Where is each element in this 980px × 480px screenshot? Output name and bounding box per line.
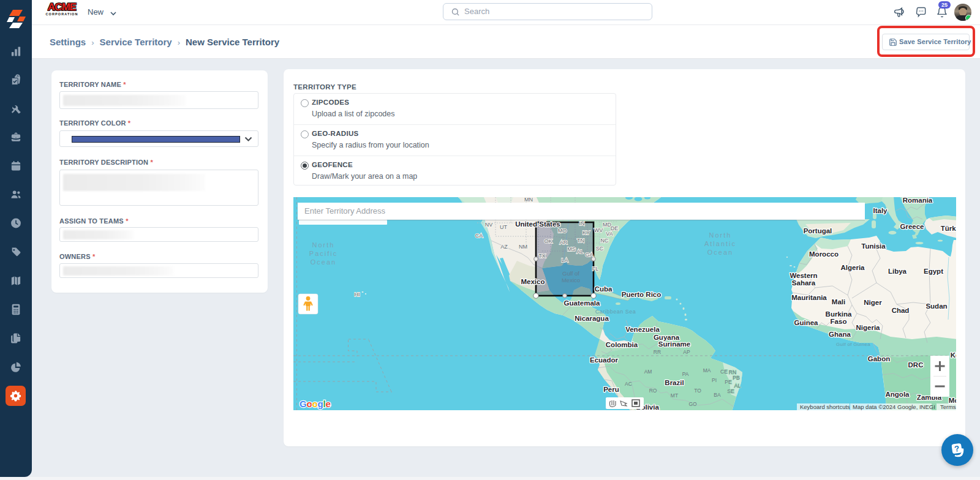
svg-text:TO: TO xyxy=(694,388,701,394)
svg-text:Nigeria: Nigeria xyxy=(856,324,881,331)
svg-text:Colombia: Colombia xyxy=(606,341,638,348)
svg-text:AZ: AZ xyxy=(500,244,508,250)
svg-text:AM: AM xyxy=(644,369,652,375)
svg-text:Guinea: Guinea xyxy=(794,319,819,326)
svg-text:Italy: Italy xyxy=(873,207,888,214)
svg-text:g: g xyxy=(318,399,323,409)
svg-text:Atlantic: Atlantic xyxy=(704,240,736,247)
svg-text:Ocean: Ocean xyxy=(707,249,733,256)
svg-text:Gabon: Gabon xyxy=(868,355,890,362)
svg-text:RR: RR xyxy=(654,349,661,355)
svg-text:OK: OK xyxy=(544,238,552,244)
svg-text:Sudan: Sudan xyxy=(925,302,947,310)
svg-text:Ecuador: Ecuador xyxy=(590,356,619,364)
svg-text:PA: PA xyxy=(682,371,689,377)
svg-text:Nicaragua: Nicaragua xyxy=(575,315,609,322)
svg-text:Guatemala: Guatemala xyxy=(564,299,600,307)
svg-text:RO: RO xyxy=(649,388,657,394)
svg-text:o: o xyxy=(312,399,318,409)
svg-text:MN: MN xyxy=(524,197,533,203)
svg-text:Romania: Romania xyxy=(903,197,933,204)
svg-text:o: o xyxy=(307,399,312,409)
svg-text:TN: TN xyxy=(577,238,584,244)
svg-text:Angola: Angola xyxy=(886,391,910,398)
svg-text:Enter Territory Address: Enter Territory Address xyxy=(304,206,385,216)
svg-text:IN: IN xyxy=(579,220,585,227)
svg-text:Peru: Peru xyxy=(603,386,619,393)
svg-text:Chad: Chad xyxy=(892,307,910,314)
svg-text:LA: LA xyxy=(561,257,568,263)
svg-text:AL: AL xyxy=(576,249,583,255)
svg-text:NM: NM xyxy=(519,244,527,250)
svg-text:Brazil: Brazil xyxy=(665,379,684,386)
svg-text:UT: UT xyxy=(500,224,507,230)
svg-text:Puerto Rico: Puerto Rico xyxy=(622,291,662,298)
svg-text:CE: CE xyxy=(720,369,728,375)
svg-text:AL: AL xyxy=(734,383,741,389)
svg-text:Western: Western xyxy=(790,272,817,279)
svg-text:DRC: DRC xyxy=(908,361,924,369)
svg-text:Morocco: Morocco xyxy=(809,250,839,258)
svg-text:KY: KY xyxy=(582,230,590,236)
svg-text:North: North xyxy=(709,231,732,239)
svg-text:Cuba: Cuba xyxy=(595,285,612,293)
svg-text:Greece: Greece xyxy=(900,223,924,230)
svg-text:Keyboard shortcuts: Keyboard shortcuts xyxy=(800,403,850,410)
svg-text:WV: WV xyxy=(594,227,603,233)
svg-text:Portugal: Portugal xyxy=(804,227,832,234)
svg-text:Ocean: Ocean xyxy=(311,258,336,266)
svg-text:HI: HI xyxy=(355,291,360,298)
svg-text:PE: PE xyxy=(725,379,732,385)
svg-text:e: e xyxy=(326,399,331,409)
svg-text:AP: AP xyxy=(683,349,690,355)
svg-text:Burkina: Burkina xyxy=(826,310,852,318)
svg-text:CA: CA xyxy=(475,233,483,239)
svg-text:Mali: Mali xyxy=(832,298,845,306)
svg-text:MO: MO xyxy=(558,228,567,234)
svg-text:Suriname: Suriname xyxy=(658,340,690,348)
svg-text:Türkiy: Türkiy xyxy=(941,225,956,232)
svg-text:PI: PI xyxy=(712,377,717,383)
svg-text:SE: SE xyxy=(727,388,734,394)
svg-text:Niger: Niger xyxy=(864,299,882,306)
svg-text:Faso: Faso xyxy=(831,318,847,325)
svg-text:PB: PB xyxy=(733,375,740,381)
svg-text:GA: GA xyxy=(585,252,593,258)
svg-text:MS: MS xyxy=(567,246,576,252)
svg-text:Pacific: Pacific xyxy=(309,250,337,257)
svg-text:Mexico: Mexico xyxy=(521,278,545,285)
svg-text:Ghana: Ghana xyxy=(829,331,851,338)
svg-text:Ke: Ke xyxy=(951,351,956,359)
svg-text:NV: NV xyxy=(485,222,493,228)
svg-text:FL: FL xyxy=(592,266,599,272)
svg-text:SC: SC xyxy=(596,246,604,252)
svg-text:Sahara: Sahara xyxy=(792,279,816,287)
svg-text:MT: MT xyxy=(671,392,678,399)
svg-text:Caribbean Sea: Caribbean Sea xyxy=(595,309,636,315)
svg-text:G: G xyxy=(300,399,307,409)
svg-text:Algeria: Algeria xyxy=(841,264,865,271)
svg-text:Gulf of Guinea: Gulf of Guinea xyxy=(836,342,870,347)
svg-text:AC: AC xyxy=(625,381,632,387)
svg-text:United States: United States xyxy=(515,220,560,228)
svg-text:GO: GO xyxy=(688,401,697,407)
svg-text:DE: DE xyxy=(611,225,619,231)
svg-text:Terms: Terms xyxy=(940,403,956,410)
svg-text:BA: BA xyxy=(714,392,721,398)
svg-text:Venezuela: Venezuela xyxy=(625,326,660,333)
svg-text:Tunisia: Tunisia xyxy=(861,242,886,250)
svg-text:AR: AR xyxy=(560,239,568,246)
svg-text:Mexico: Mexico xyxy=(562,277,580,283)
svg-text:NC: NC xyxy=(601,238,609,244)
svg-text:North: North xyxy=(312,241,335,249)
svg-text:Map data ©2024 Google, INEGI: Map data ©2024 Google, INEGI xyxy=(853,403,935,410)
svg-text:TX: TX xyxy=(538,253,546,259)
svg-text:Egypt: Egypt xyxy=(924,268,943,275)
svg-text:VA: VA xyxy=(606,231,612,237)
svg-text:Mauritania: Mauritania xyxy=(791,294,827,301)
svg-text:MA: MA xyxy=(703,367,711,373)
svg-text:Libya: Libya xyxy=(888,268,907,275)
svg-text:Gulf of: Gulf of xyxy=(562,270,579,277)
